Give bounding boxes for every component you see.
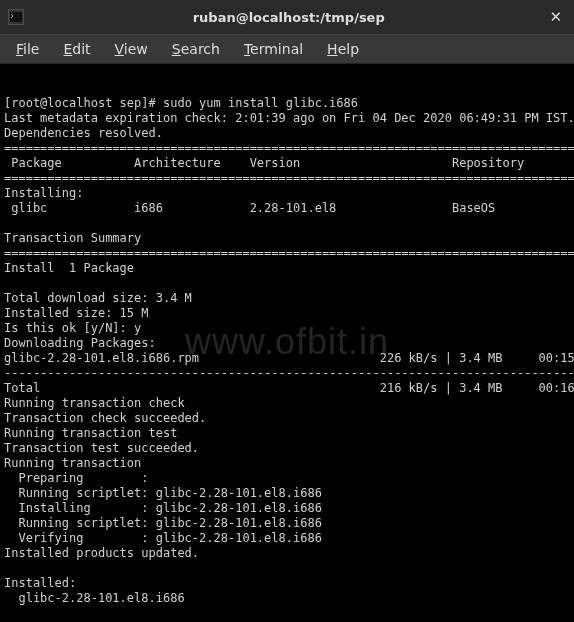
output-line: Running scriptlet: glibc-2.28-101.el8.i6… xyxy=(4,486,574,500)
output-line: Installing: xyxy=(4,186,83,200)
output-line: Transaction check succeeded. xyxy=(4,411,206,425)
output-line: Installed products updated. xyxy=(4,546,199,560)
output-line: Transaction test succeeded. xyxy=(4,441,199,455)
menu-view[interactable]: View xyxy=(103,37,160,61)
output-rule: ========================================… xyxy=(4,141,574,155)
output-rule: ----------------------------------------… xyxy=(4,366,574,380)
output-line: Total 216 kB/s | 3.4 MB 00:16 xyxy=(4,381,574,395)
menu-edit[interactable]: Edit xyxy=(51,37,102,61)
output-line: Preparing : 1/1 xyxy=(4,471,574,485)
output-line: Installed size: 15 M xyxy=(4,306,149,320)
menu-file[interactable]: File xyxy=(4,37,51,61)
output-line: Running transaction xyxy=(4,456,141,470)
table-header: Package Architecture Version Repository … xyxy=(4,156,574,170)
terminal-output[interactable]: www.ofbit.in [root@localhost sep]# sudo … xyxy=(0,64,574,622)
output-rule: ========================================… xyxy=(4,171,574,185)
output-line: Total download size: 3.4 M xyxy=(4,291,192,305)
menu-terminal[interactable]: Terminal xyxy=(232,37,315,61)
output-line: glibc-2.28-101.el8.i686 xyxy=(4,591,185,605)
window-title: ruban@localhost:/tmp/sep xyxy=(32,10,545,25)
watermark-text: www.ofbit.in xyxy=(185,334,389,349)
output-line: Is this ok [y/N]: y xyxy=(4,321,141,335)
window-titlebar: ruban@localhost:/tmp/sep ✕ xyxy=(0,0,574,34)
output-line: Running transaction test xyxy=(4,426,177,440)
table-row: glibc i686 2.28-101.el8 BaseOS 3.4 M xyxy=(4,201,574,215)
terminal-icon xyxy=(8,9,24,25)
menu-help[interactable]: Help xyxy=(315,37,371,61)
output-line: glibc-2.28-101.el8.i686.rpm 226 kB/s | 3… xyxy=(4,351,574,365)
output-line: Installed: xyxy=(4,576,76,590)
prompt: [root@localhost sep]# xyxy=(4,96,163,110)
output-line: Last metadata expiration check: 2:01:39 … xyxy=(4,111,574,125)
output-line: Running transaction check xyxy=(4,396,185,410)
output-line: Dependencies resolved. xyxy=(4,126,163,140)
output-line: Verifying : glibc-2.28-101.el8.i686 1/1 xyxy=(4,531,574,545)
close-icon[interactable]: ✕ xyxy=(545,8,566,26)
output-line: Transaction Summary xyxy=(4,231,141,245)
menubar: File Edit View Search Terminal Help xyxy=(0,34,574,64)
output-rule: ========================================… xyxy=(4,246,574,260)
output-line: Install 1 Package xyxy=(4,261,134,275)
command-text: sudo yum install glibc.i686 xyxy=(163,96,358,110)
output-line: Downloading Packages: xyxy=(4,336,156,350)
output-line: Installing : glibc-2.28-101.el8.i686 1/1 xyxy=(4,501,574,515)
menu-search[interactable]: Search xyxy=(160,37,232,61)
output-line: Running scriptlet: glibc-2.28-101.el8.i6… xyxy=(4,516,574,530)
